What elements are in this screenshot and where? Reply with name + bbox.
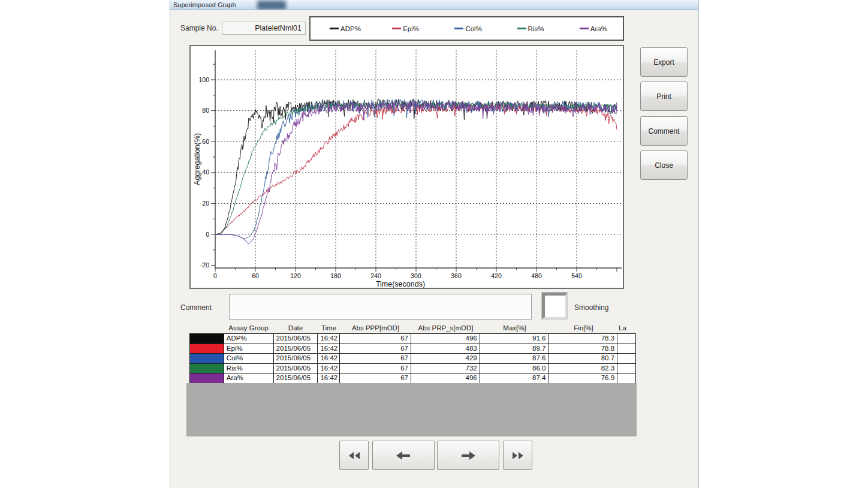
sample-no-label: Sample No. <box>180 24 218 32</box>
comment-input[interactable] <box>229 294 532 320</box>
export-button[interactable]: Export <box>640 47 688 77</box>
comment-button[interactable]: Comment <box>640 116 688 146</box>
assay-cell: Col% <box>224 354 274 363</box>
la-cell <box>617 373 635 384</box>
column-header-abs-prp: Abs PRP_s[mOD] <box>411 324 480 333</box>
abs-ppp-cell: 67 <box>340 373 411 384</box>
nav-last-button[interactable] <box>503 441 532 470</box>
assay-cell: Ara% <box>224 373 274 384</box>
max-cell: 87.4 <box>480 373 549 384</box>
left-arrow-icon <box>396 451 411 460</box>
legend-entry: Col% <box>435 25 498 32</box>
abs-prp-cell: 429 <box>411 354 480 363</box>
abs-ppp-cell: 67 <box>340 334 411 344</box>
svg-text:300: 300 <box>411 272 421 279</box>
titlebar-artifact <box>257 1 286 10</box>
column-header-abs-ppp: Abs PPP[mOD] <box>340 324 411 333</box>
abs-prp-cell: 483 <box>411 344 480 354</box>
date-cell: 2015/06/05 <box>274 373 318 384</box>
smoothing-checkbox[interactable] <box>542 293 567 319</box>
table-row[interactable]: ADP% 2015/06/05 16:42 67 496 91.6 78.3 <box>190 334 635 344</box>
svg-text:0: 0 <box>213 272 217 279</box>
swatch-cell <box>190 344 224 354</box>
print-button[interactable]: Print <box>640 82 688 111</box>
assay-cell: ADP% <box>224 334 274 344</box>
assay-cell: Epi% <box>224 344 274 354</box>
close-button[interactable]: Close <box>640 150 688 180</box>
swatch-cell <box>190 354 224 363</box>
svg-text:20: 20 <box>202 200 209 207</box>
graph-panel: -200204060801000601201802403003604204805… <box>189 45 624 289</box>
abs-ppp-cell: 67 <box>340 344 411 354</box>
max-cell: 91.6 <box>480 334 549 344</box>
svg-text:60: 60 <box>202 138 209 145</box>
svg-text:540: 540 <box>571 272 582 279</box>
legend-entry: ADP% <box>311 25 373 32</box>
svg-text:80: 80 <box>202 107 209 114</box>
assay-table: Assay Group Date Time Abs PPP[mOD] Abs P… <box>189 324 637 384</box>
fin-cell: 82.3 <box>548 364 617 373</box>
abs-prp-cell: 496 <box>411 373 480 384</box>
table-row[interactable]: Col% 2015/06/05 16:42 67 429 87.6 80.7 <box>190 354 635 364</box>
time-cell: 16:42 <box>318 354 340 363</box>
app-window: Superimposed Graph Sample No. PlateletNm… <box>170 0 699 488</box>
table-empty-area <box>186 383 637 436</box>
right-arrow-icon <box>461 451 475 460</box>
svg-text:100: 100 <box>198 76 209 83</box>
legend-color-dash <box>580 28 589 29</box>
svg-text:60: 60 <box>252 272 259 279</box>
fin-cell: 80.7 <box>548 354 617 363</box>
la-cell <box>617 344 635 354</box>
legend-entry-label: ADP% <box>340 25 361 32</box>
legend-entry-label: Epi% <box>403 25 419 32</box>
svg-text:480: 480 <box>531 272 542 279</box>
date-cell: 2015/06/05 <box>274 334 318 344</box>
max-cell: 86.0 <box>480 364 549 373</box>
assay-cell: Ris% <box>224 364 274 373</box>
column-header-date: Date <box>273 324 318 333</box>
legend-color-dash <box>330 28 339 29</box>
nav-prev-button[interactable] <box>372 441 435 470</box>
svg-text:240: 240 <box>370 272 381 279</box>
svg-text:360: 360 <box>451 272 462 279</box>
swatch-cell <box>190 334 224 344</box>
column-header-assay-group: Assay Group <box>224 324 273 333</box>
la-cell <box>617 364 635 373</box>
table-body: ADP% 2015/06/05 16:42 67 496 91.6 78.3 E… <box>189 333 636 384</box>
svg-text:180: 180 <box>330 272 341 279</box>
svg-text:120: 120 <box>290 272 301 279</box>
max-cell: 87.6 <box>480 354 549 363</box>
time-cell: 16:42 <box>318 334 340 344</box>
svg-text:40: 40 <box>202 168 209 176</box>
table-row[interactable]: Ris% 2015/06/05 16:42 67 732 86.0 82.3 <box>190 364 635 374</box>
nav-first-button[interactable] <box>339 441 369 470</box>
legend-entry: Epi% <box>373 25 435 32</box>
comment-label: Comment <box>180 303 212 312</box>
nav-next-button[interactable] <box>437 441 499 470</box>
la-cell <box>617 354 635 363</box>
table-row[interactable]: Ara% 2015/06/05 16:42 67 496 87.4 76.9 <box>190 373 635 384</box>
column-header-max: Max[%] <box>480 324 549 333</box>
legend-color-dash <box>454 28 463 29</box>
legend-color-dash <box>517 28 526 29</box>
legend-box: ADP% Epi% Col% Ris% Ara% <box>309 16 624 41</box>
svg-text:0: 0 <box>206 231 209 238</box>
date-cell: 2015/06/05 <box>274 344 318 354</box>
column-header-time: Time <box>318 324 340 333</box>
table-row[interactable]: Epi% 2015/06/05 16:42 67 483 89.7 78.8 <box>190 344 635 354</box>
abs-prp-cell: 496 <box>411 334 480 344</box>
time-cell: 16:42 <box>318 373 340 384</box>
smoothing-label: Smoothing <box>574 303 608 312</box>
aggregation-chart: -200204060801000601201802403003604204805… <box>191 46 623 288</box>
legend-entry: Ris% <box>498 25 560 32</box>
fin-cell: 78.8 <box>548 344 617 354</box>
fin-cell: 76.9 <box>548 373 617 384</box>
sample-no-field[interactable]: PlateletNml01 <box>222 22 306 35</box>
swatch-cell <box>190 373 224 384</box>
legend-entry-label: Ara% <box>590 25 607 32</box>
window-title: Superimposed Graph <box>173 1 236 8</box>
svg-text:Time(seconds): Time(seconds) <box>376 280 425 288</box>
titlebar[interactable]: Superimposed Graph <box>170 0 698 10</box>
double-right-arrow-icon <box>512 451 524 460</box>
svg-text:-20: -20 <box>200 261 209 269</box>
